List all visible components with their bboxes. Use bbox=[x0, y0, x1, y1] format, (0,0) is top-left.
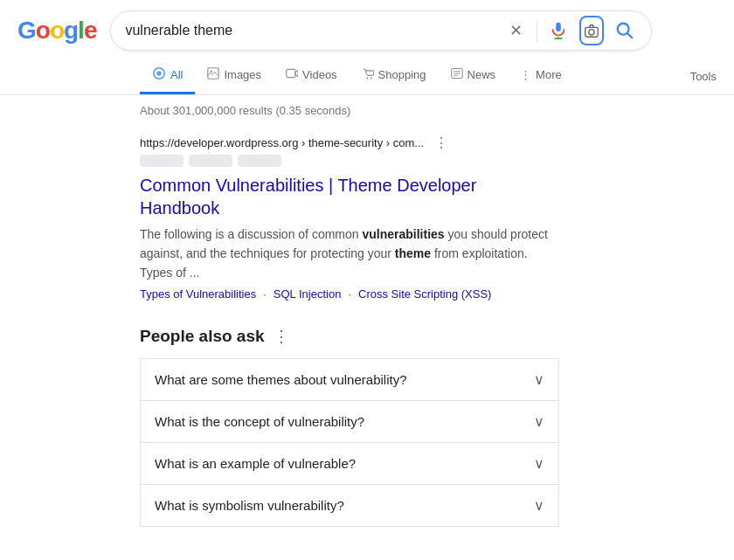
breadcrumb-chip-3 bbox=[238, 155, 281, 167]
results-count: About 301,000,000 results (0.35 seconds) bbox=[140, 104, 350, 117]
link-separator-2: · bbox=[348, 287, 351, 301]
chevron-down-icon-0: ∨ bbox=[534, 371, 544, 388]
result-menu-button[interactable]: ⋮ bbox=[434, 135, 448, 151]
shopping-icon bbox=[362, 67, 374, 82]
chevron-down-icon-1: ∨ bbox=[534, 413, 544, 430]
people-also-ask-section: People also ask ⋮ What are some themes a… bbox=[0, 309, 699, 544]
tab-all-label: All bbox=[170, 68, 183, 81]
search-button[interactable] bbox=[613, 18, 637, 43]
header: Google vulnerable theme ✕ bbox=[0, 0, 734, 51]
search-icons: ✕ bbox=[503, 18, 637, 43]
result-url-text: https://developer.wordpress.org › theme-… bbox=[140, 136, 424, 149]
result-url-row: https://developer.wordpress.org › theme-… bbox=[140, 135, 559, 151]
paa-question-3: What is symbolism vulnerability? bbox=[155, 498, 344, 513]
tab-images-label: Images bbox=[224, 68, 261, 81]
result-sitelinks: Types of Vulnerabilities · SQL Injection… bbox=[140, 287, 559, 301]
paa-question-0: What are some themes about vulnerability… bbox=[155, 372, 406, 387]
tab-all[interactable]: All bbox=[140, 58, 195, 94]
search-input[interactable]: vulnerable theme bbox=[125, 23, 495, 38]
images-icon bbox=[207, 67, 219, 82]
result-breadcrumbs bbox=[140, 155, 559, 167]
search-icon bbox=[615, 21, 634, 40]
svg-point-4 bbox=[589, 30, 594, 35]
tab-shopping-label: Shopping bbox=[378, 68, 426, 81]
news-icon bbox=[451, 67, 463, 82]
tab-videos[interactable]: Videos bbox=[274, 59, 350, 93]
nav-tabs: All Images Videos Shopping News ⋮ More T… bbox=[0, 51, 734, 95]
breadcrumb-chip-1 bbox=[140, 155, 184, 167]
search-result: https://developer.wordpress.org › theme-… bbox=[0, 126, 699, 309]
all-icon bbox=[152, 66, 166, 83]
paa-question-1: What is the concept of vulnerability? bbox=[155, 414, 364, 429]
result-link-xss[interactable]: Cross Site Scripting (XSS) bbox=[358, 287, 491, 301]
svg-point-10 bbox=[211, 71, 212, 73]
tab-more[interactable]: ⋮ More bbox=[508, 59, 574, 93]
results-info: About 301,000,000 results (0.35 seconds) bbox=[0, 95, 734, 126]
tab-shopping[interactable]: Shopping bbox=[350, 59, 439, 93]
paa-item-3[interactable]: What is symbolism vulnerability? ∨ bbox=[140, 484, 559, 527]
search-divider bbox=[537, 20, 537, 41]
paa-question-2: What is an example of vulnerable? bbox=[155, 456, 356, 471]
tab-news[interactable]: News bbox=[439, 59, 509, 93]
search-bar: vulnerable theme ✕ bbox=[110, 10, 652, 51]
videos-icon bbox=[286, 67, 298, 82]
result-link-types[interactable]: Types of Vulnerabilities bbox=[140, 287, 256, 301]
svg-point-8 bbox=[156, 71, 161, 75]
close-icon: ✕ bbox=[509, 21, 523, 40]
chevron-down-icon-3: ∨ bbox=[534, 497, 544, 514]
result-title[interactable]: Common Vulnerabilities | Theme Developer… bbox=[140, 174, 559, 219]
paa-item-1[interactable]: What is the concept of vulnerability? ∨ bbox=[140, 400, 559, 442]
clear-button[interactable]: ✕ bbox=[503, 18, 528, 43]
google-logo: Google bbox=[17, 17, 96, 45]
tab-images[interactable]: Images bbox=[195, 59, 274, 93]
link-separator-1: · bbox=[263, 287, 267, 301]
breadcrumb-chip-2 bbox=[189, 155, 232, 167]
svg-point-12 bbox=[366, 78, 368, 80]
svg-line-6 bbox=[628, 33, 633, 38]
voice-search-button[interactable] bbox=[546, 18, 571, 43]
tab-news-label: News bbox=[467, 68, 496, 81]
svg-rect-11 bbox=[287, 69, 295, 77]
paa-menu-button[interactable]: ⋮ bbox=[274, 327, 289, 346]
mic-icon bbox=[549, 21, 568, 40]
svg-rect-0 bbox=[557, 23, 562, 31]
more-icon: ⋮ bbox=[520, 68, 531, 81]
image-search-button[interactable] bbox=[579, 18, 604, 43]
tab-videos-label: Videos bbox=[302, 68, 337, 81]
svg-point-13 bbox=[370, 78, 372, 80]
result-link-sql[interactable]: SQL Injection bbox=[274, 287, 342, 301]
paa-item-2[interactable]: What is an example of vulnerable? ∨ bbox=[140, 442, 559, 484]
paa-title: People also ask bbox=[140, 327, 265, 346]
tools-button[interactable]: Tools bbox=[673, 61, 734, 92]
paa-header: People also ask ⋮ bbox=[140, 327, 559, 346]
chevron-down-icon-2: ∨ bbox=[534, 455, 544, 472]
paa-item-0[interactable]: What are some themes about vulnerability… bbox=[140, 358, 559, 400]
tab-more-label: More bbox=[536, 68, 562, 81]
result-description: The following is a discussion of common … bbox=[140, 225, 559, 282]
camera-icon bbox=[579, 16, 604, 45]
